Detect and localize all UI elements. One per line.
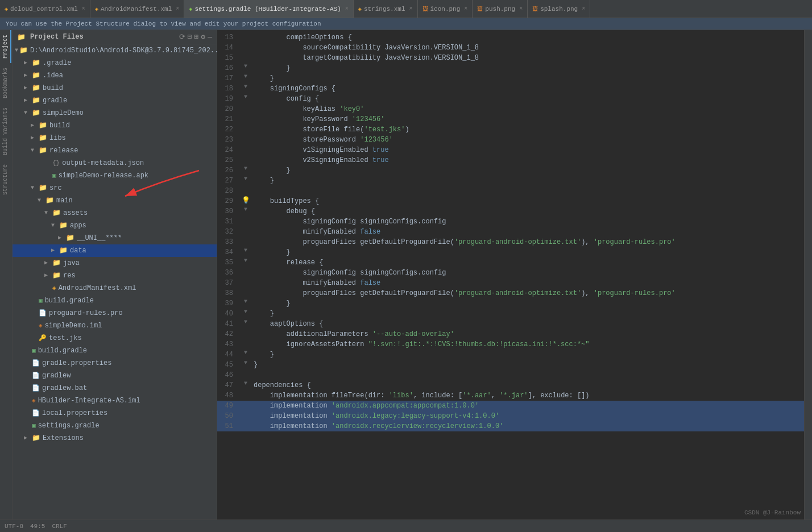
line-code-47: dependencies { — [251, 380, 804, 390]
tree-item-release[interactable]: ▼ 📁 release — [13, 144, 217, 157]
sync-icon[interactable]: ⟳ — [179, 32, 185, 41]
assets-arrow: ▼ — [44, 207, 51, 219]
vtab-structure[interactable]: Structure — [1, 160, 11, 200]
line-num-38: 38 — [217, 288, 240, 298]
gradle2-label: gradle — [43, 95, 67, 106]
fold-arrow-16[interactable]: ▼ — [244, 63, 247, 69]
tree-item-proguard[interactable]: ▶ 📄 proguard-rules.pro — [13, 307, 217, 319]
tab-close-splash[interactable]: × — [582, 6, 585, 12]
tab-strings[interactable]: ◈ strings.xml × — [354, 0, 418, 18]
lightbulb-29[interactable]: 💡 — [242, 196, 250, 205]
close-icon[interactable]: — — [208, 33, 212, 41]
tree-item-res[interactable]: ▶ 📁 res — [13, 269, 217, 282]
tab-close-manifest[interactable]: × — [176, 6, 179, 12]
fold-open-30[interactable]: ▼ — [244, 206, 247, 213]
tree-item-localprop[interactable]: ▶ 📄 local.properties — [13, 407, 217, 419]
tree-item-androidmanifest[interactable]: ▶ ◈ AndroidManifest.xml — [13, 282, 217, 294]
tree-item-gradle2[interactable]: ▶ 📁 gradle — [13, 94, 217, 107]
fold-close-26[interactable]: ▼ — [244, 165, 247, 172]
settings-icon[interactable]: ⚙ — [201, 32, 205, 41]
tree-item-main[interactable]: ▼ 📁 main — [13, 194, 217, 207]
vtab-bookmarks[interactable]: Bookmarks — [1, 63, 11, 103]
gradlewbat-label: gradlew.bat — [42, 383, 87, 394]
fold-close-27[interactable]: ▼ — [244, 176, 247, 182]
collapse-icon[interactable]: ⊟ — [188, 32, 192, 41]
fold-close-39[interactable]: ▼ — [244, 298, 247, 305]
vtab-project[interactable]: Project — [1, 30, 11, 63]
tree-item-build-top[interactable]: ▶ 📁 build — [13, 82, 217, 94]
tab-close-dcloud[interactable]: × — [82, 6, 85, 12]
tree-item-output-metadata[interactable]: ▶ {} output-metadata.json — [13, 157, 217, 169]
tab-splash[interactable]: 🖼 splash.png × — [528, 0, 590, 18]
src-arrow: ▼ — [31, 182, 38, 194]
tree-item-idea[interactable]: ▶ 📁 .idea — [13, 69, 217, 82]
tab-close-strings[interactable]: × — [409, 6, 413, 12]
fold-open-41[interactable]: ▼ — [244, 319, 247, 325]
tree-item-libs[interactable]: ▶ 📁 libs — [13, 132, 217, 144]
tab-close-icon[interactable]: × — [464, 6, 467, 12]
tree-root[interactable]: ▼ 📁 D:\AndroidStudio\Android-SDK@3.7.9.8… — [13, 44, 217, 57]
line-num-29: 29 — [217, 196, 240, 206]
tree-item-data[interactable]: ▶ 📁 data — [13, 244, 217, 257]
gradle-file-icon: ▣ — [39, 295, 43, 306]
tree-item-src[interactable]: ▼ 📁 src — [13, 182, 217, 194]
tree-item-buildgradle2[interactable]: ▶ ▣ build.gradle — [13, 344, 217, 357]
code-line-26: 26 ▼ } — [217, 165, 804, 176]
tree-item-apk[interactable]: ▶ ▣ simpleDemo-release.apk — [13, 169, 217, 182]
extensions-folder-icon: 📁 — [32, 433, 40, 444]
tree-item-java[interactable]: ▶ 📁 java — [13, 257, 217, 269]
line-num-14: 14 — [217, 43, 240, 53]
fold-close-34[interactable]: ▼ — [244, 247, 247, 253]
tree-item-apps[interactable]: ▼ 📁 apps — [13, 219, 217, 232]
code-line-15: 15 targetCompatibility JavaVersion.VERSI… — [217, 53, 804, 63]
tree-item-gradlew[interactable]: ▶ 📄 gradlew — [13, 369, 217, 382]
gutter-45: ▼ — [240, 360, 251, 366]
file-tree-panel: 📁 Project Files ⟳ ⊟ ⊞ ⚙ — ▼ 📁 D:\Android… — [13, 30, 217, 519]
vtab-build-variants[interactable]: Build Variants — [1, 103, 11, 160]
code-content[interactable]: 13 compileOptions { 14 sourceCompatibili… — [217, 30, 804, 519]
tree-item-gradle[interactable]: ▶ 📁 .gradle — [13, 57, 217, 69]
fold-open-47[interactable]: ▼ — [244, 380, 247, 386]
tab-close-push[interactable]: × — [519, 6, 523, 12]
vertical-tabs-left: Project Bookmarks Build Variants Structu… — [0, 30, 13, 519]
tab-dcloud[interactable]: ◈ dcloud_control.xml × — [0, 0, 90, 18]
file-tree-content[interactable]: ▼ 📁 D:\AndroidStudio\Android-SDK@3.7.9.8… — [13, 44, 217, 519]
code-line-37: 37 minifyEnabled false — [217, 278, 804, 288]
fold-arrow-17[interactable]: ▼ — [244, 73, 247, 80]
fold-open-19[interactable]: ▼ — [244, 94, 247, 100]
tree-item-uni[interactable]: ▶ 📁 __UNI__**** — [13, 232, 217, 244]
tree-item-extensions[interactable]: ▶ 📁 Extensions — [13, 432, 217, 444]
tree-item-simpledemo-iml[interactable]: ▶ ◈ simpleDemo.iml — [13, 319, 217, 332]
gutter-19: ▼ — [240, 94, 251, 100]
tree-item-build-sd[interactable]: ▶ 📁 build — [13, 119, 217, 132]
gutter-17: ▼ — [240, 73, 251, 80]
fold-close-45[interactable]: ▼ — [244, 360, 247, 366]
code-line-16: 16 ▼ } — [217, 63, 804, 73]
line-code-51: implementation 'androidx.recyclerview:re… — [251, 421, 804, 431]
fold-close-44[interactable]: ▼ — [244, 350, 247, 356]
fold-open-35[interactable]: ▼ — [244, 257, 247, 264]
java-arrow: ▶ — [44, 257, 51, 269]
gradle2-arrow: ▶ — [24, 95, 31, 106]
tree-item-assets[interactable]: ▼ 📁 assets — [13, 207, 217, 219]
fold-close-40[interactable]: ▼ — [244, 309, 247, 315]
line-code-24: v1SigningEnabled true — [251, 145, 804, 155]
expand-icon[interactable]: ⊞ — [194, 32, 199, 41]
line-code-32: minifyEnabled false — [251, 227, 804, 237]
tree-item-testjks[interactable]: ▶ 🔑 test.jks — [13, 332, 217, 344]
tree-item-buildgradle1[interactable]: ▶ ▣ build.gradle — [13, 294, 217, 307]
code-line-50: 50 implementation 'androidx.legacy:legac… — [217, 411, 804, 421]
tree-item-gradlewbat[interactable]: ▶ 📄 gradlew.bat — [13, 382, 217, 394]
tree-item-gradleprop[interactable]: ▶ 📄 gradle.properties — [13, 357, 217, 369]
tab-push[interactable]: 🖼 push.png × — [473, 0, 528, 18]
tab-manifest[interactable]: ◈ AndroidManifest.xml × — [90, 0, 184, 18]
tree-item-settingsgradle[interactable]: ▶ ▣ settings.gradle — [13, 419, 217, 432]
tree-item-hbuilder-iml[interactable]: ▶ ◈ HBuilder-Integrate-AS.iml — [13, 394, 217, 407]
fold-open-18[interactable]: ▼ — [244, 84, 247, 90]
tab-icon[interactable]: 🖼 icon.png × — [418, 0, 473, 18]
tab-settings[interactable]: ◈ settings.gradle (HBuilder-Integrate-AS… — [184, 0, 354, 18]
tab-close-settings[interactable]: × — [345, 6, 349, 12]
tab-label: splash.png — [540, 6, 578, 13]
simpledemo-iml-label: simpleDemo.iml — [45, 320, 102, 331]
tree-item-simpledemo[interactable]: ▼ 📁 simpleDemo — [13, 107, 217, 119]
